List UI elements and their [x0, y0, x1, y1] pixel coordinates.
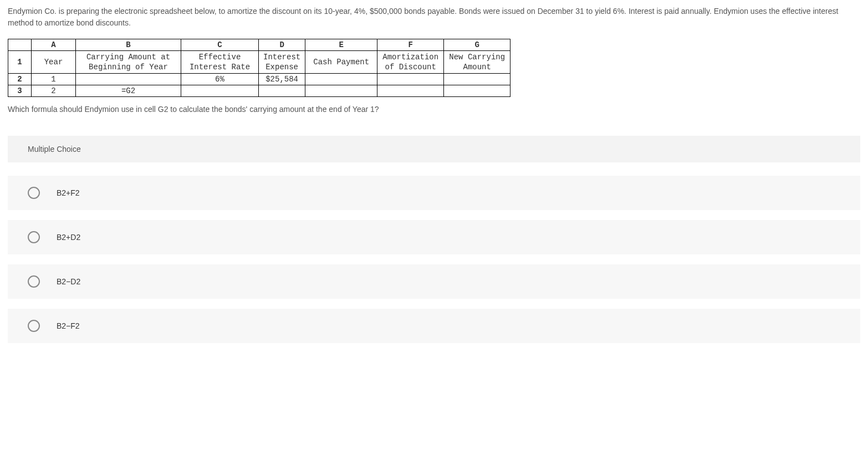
c1-line1: Effective [199, 53, 241, 62]
choice-label-4: B2−F2 [57, 321, 80, 330]
cell-a3: 2 [32, 85, 76, 97]
f1-line2: of Discount [385, 63, 436, 71]
choice-option-3[interactable]: B2−D2 [8, 264, 860, 299]
col-letter-f: F [377, 39, 444, 51]
col-letter-g: G [444, 39, 510, 51]
cell-e1: Cash Payment [305, 51, 377, 74]
data-row-2: 2 1 6% $25,584 [8, 74, 510, 85]
col-letter-e: E [305, 39, 377, 51]
cell-c2: 6% [181, 74, 259, 85]
cell-a2: 1 [32, 74, 76, 85]
multiple-choice-heading: Multiple Choice [8, 136, 860, 162]
cell-g1: New Carrying Amount [444, 51, 510, 74]
question-followup: Which formula should Endymion use in cel… [8, 105, 860, 114]
d1-line1: Interest [263, 53, 300, 62]
cell-f2 [377, 74, 444, 85]
cell-b1: Carrying Amount at Beginning of Year [76, 51, 181, 74]
f1-line1: Amortization [382, 53, 438, 62]
b1-line1: Carrying Amount at [86, 53, 170, 62]
cell-a1: Year [32, 51, 76, 74]
cell-e3 [305, 85, 377, 97]
c1-line2: Interest Rate [190, 63, 250, 71]
cell-e2 [305, 74, 377, 85]
cell-c1: Effective Interest Rate [181, 51, 259, 74]
data-row-3: 3 2 =G2 [8, 85, 510, 97]
column-letter-row: A B C D E F G [8, 39, 510, 51]
radio-icon[interactable] [28, 231, 40, 243]
d1-line2: Expense [265, 63, 298, 71]
cell-b2 [76, 74, 181, 85]
cell-c3 [181, 85, 259, 97]
rownum-2: 2 [8, 74, 32, 85]
cell-d1: Interest Expense [259, 51, 305, 74]
col-letter-c: C [181, 39, 259, 51]
choice-option-4[interactable]: B2−F2 [8, 309, 860, 343]
radio-icon[interactable] [28, 275, 40, 288]
choice-label-1: B2+F2 [57, 188, 80, 197]
cell-d2: $25,584 [259, 74, 305, 85]
question-intro: Endymion Co. is preparing the electronic… [8, 6, 860, 29]
rownum-1: 1 [8, 51, 32, 74]
cell-f3 [377, 85, 444, 97]
header-row-1: 1 Year Carrying Amount at Beginning of Y… [8, 51, 510, 74]
cell-d3 [259, 85, 305, 97]
col-letter-a: A [32, 39, 76, 51]
g1-line2: Amount [463, 63, 491, 71]
rownum-3: 3 [8, 85, 32, 97]
choice-label-3: B2−D2 [57, 277, 80, 286]
choice-option-1[interactable]: B2+F2 [8, 176, 860, 210]
cell-g3 [444, 85, 510, 97]
col-letter-b: B [76, 39, 181, 51]
g1-line1: New Carrying [449, 53, 505, 62]
cell-g2 [444, 74, 510, 85]
spreadsheet-table: A B C D E F G 1 Year Carrying Amount at … [8, 39, 510, 97]
cell-b3: =G2 [76, 85, 181, 97]
choice-label-2: B2+D2 [57, 233, 80, 242]
b1-line2: Beginning of Year [89, 63, 168, 71]
corner-cell [8, 39, 32, 51]
radio-icon[interactable] [28, 187, 40, 199]
col-letter-d: D [259, 39, 305, 51]
choice-option-2[interactable]: B2+D2 [8, 220, 860, 254]
cell-f1: Amortization of Discount [377, 51, 444, 74]
radio-icon[interactable] [28, 320, 40, 332]
